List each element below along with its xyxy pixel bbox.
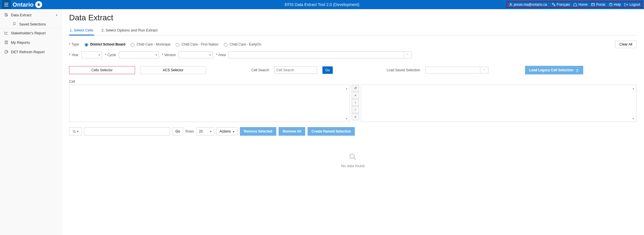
help-label: Help	[614, 3, 621, 7]
load-legacy-cell-selection-button[interactable]: Load Legacy Cell Selection	[525, 66, 583, 74]
load-saved-selection-label: Load Saved Selection	[387, 68, 420, 72]
move-right-button[interactable]: ›	[352, 99, 359, 106]
search-column-picker[interactable]: ▾	[69, 127, 82, 135]
radio-ccm-input[interactable]	[131, 43, 134, 47]
lang-label: Français	[557, 3, 570, 7]
portal-link[interactable]: Portal	[591, 3, 605, 7]
radio-ccfn-input[interactable]	[176, 43, 179, 47]
header-right-links: jessie.ma@ontario.ca Français Home Porta…	[506, 1, 642, 8]
reset-icon: ↺	[354, 86, 357, 90]
user-icon	[509, 3, 513, 7]
cell-search-go-button[interactable]: Go	[322, 66, 333, 74]
year-label: *Year	[69, 53, 79, 57]
scroll-up-icon[interactable]: ▴	[631, 86, 636, 91]
home-link[interactable]: Home	[573, 3, 588, 7]
remove-selected-button[interactable]: Remove Selected	[240, 127, 276, 136]
svg-rect-1	[592, 3, 595, 6]
scroll-down-icon[interactable]: ▾	[344, 116, 349, 121]
clear-all-button[interactable]: Clear All	[615, 41, 637, 48]
cycle-label: *Cycle	[105, 53, 116, 57]
create-named-selection-button[interactable]: Create Named Selection	[308, 127, 355, 136]
chevron-down-icon: ▾	[233, 130, 234, 133]
table-toolbar: ▾ Go Rows 20 ▾ Actions ▾ Remove Selected…	[69, 127, 637, 136]
svg-point-7	[350, 154, 355, 159]
cells-selector-button[interactable]: Cells Selector	[69, 66, 135, 74]
radio-cceo-input[interactable]	[224, 43, 228, 47]
table-go-button[interactable]: Go	[172, 127, 183, 135]
brand: Ontario	[13, 1, 42, 8]
help-link[interactable]: Help	[609, 3, 621, 7]
ontario-logo-icon	[35, 1, 42, 8]
cell-search-label: Cell Search	[251, 68, 269, 72]
shuttle-buttons: ↺ » › ‹ «	[352, 85, 359, 122]
lang-link[interactable]: Français	[551, 3, 570, 7]
translate-icon	[551, 3, 555, 7]
reset-button[interactable]: ↺	[352, 85, 359, 92]
tab-options[interactable]: 2. Select Options and Run Extract	[101, 26, 158, 35]
logout-label: Logout	[629, 3, 640, 7]
load-saved-selection-combo[interactable]: ˄	[425, 67, 488, 74]
area-dropdown-button[interactable]: ˄	[404, 52, 412, 58]
selected-cells-listbox[interactable]: ▴ ▾	[361, 85, 637, 122]
main-content: Data Extract 1. Select Cells 2. Select O…	[62, 9, 644, 235]
menu-toggle-button[interactable]	[2, 0, 11, 9]
reports-icon	[4, 40, 9, 45]
scroll-down-icon[interactable]: ▾	[631, 116, 636, 121]
search-icon	[349, 153, 357, 161]
cell-search-input[interactable]	[274, 66, 317, 74]
radio-cc-earlyon[interactable]: Child Care - EarlyOn	[222, 42, 261, 47]
sidebar-item-stakeholders-report[interactable]: Stakeholder's Report	[0, 28, 61, 38]
sidebar: Data Extract ▾ Saved Selections Stakehol…	[0, 9, 62, 235]
rows-per-page-select[interactable]: 20 ▾	[196, 127, 214, 135]
radio-cc-municipal[interactable]: Child Care - Municipal	[129, 42, 170, 47]
radio-cc-first-nation[interactable]: Child Care - First Nation	[174, 42, 218, 47]
sidebar-item-det-refresh-report[interactable]: DET Refresh Report	[0, 47, 61, 57]
move-left-button[interactable]: ‹	[352, 106, 359, 113]
user-display: jessie.ma@ontario.ca	[509, 3, 547, 7]
tab-select-cells[interactable]: 1. Select Cells	[69, 26, 94, 35]
type-filter-row: *Type District School Board Child Care -…	[69, 41, 637, 48]
cycle-select[interactable]: ▾	[119, 52, 159, 58]
chevron-up-icon: ˄	[407, 54, 408, 57]
load-saved-selection-input[interactable]	[426, 67, 480, 73]
load-saved-selection-dropdown-button[interactable]: ˄	[480, 67, 488, 73]
app-header: Ontario EFIS Data Extract Tool 2.0 (Deve…	[0, 0, 644, 9]
scroll-up-icon[interactable]: ▴	[344, 86, 349, 91]
year-select[interactable]: ▾	[81, 52, 102, 58]
sidebar-label: DET Refresh Report	[11, 50, 45, 54]
type-label: *Type	[69, 42, 79, 46]
data-extract-icon	[4, 13, 9, 17]
portal-icon	[591, 3, 595, 7]
chevron-down-icon: ▾	[99, 54, 100, 56]
area-input[interactable]	[229, 52, 404, 58]
empty-state-text: No data found	[341, 164, 365, 168]
chevron-down-icon: ▾	[210, 130, 212, 133]
remove-all-button[interactable]: Remove All	[279, 127, 305, 136]
help-icon	[609, 3, 613, 7]
radio-dsb-input[interactable]	[85, 43, 88, 47]
move-all-left-button[interactable]: «	[352, 113, 359, 120]
search-icon	[73, 130, 76, 133]
radio-ccfn-label: Child Care - First Nation	[181, 42, 218, 46]
radio-dsb[interactable]: District School Board	[83, 42, 126, 47]
available-cells-listbox[interactable]: ▴ ▾	[69, 85, 350, 122]
sidebar-item-my-reports[interactable]: My Reports	[0, 38, 61, 47]
radio-ccm-label: Child Care - Municipal	[136, 42, 170, 46]
rows-label: Rows	[185, 129, 194, 133]
user-email: jessie.ma@ontario.ca	[514, 3, 547, 7]
upload-icon	[575, 68, 579, 72]
sidebar-item-saved-selections[interactable]: Saved Selections	[0, 20, 61, 28]
chevron-down-icon: ▾	[156, 54, 157, 56]
version-select[interactable]: ▾	[179, 52, 213, 58]
table-search-input[interactable]	[84, 127, 170, 135]
acs-selector-button[interactable]: ACS Selector	[140, 66, 206, 74]
sidebar-label: My Reports	[11, 40, 30, 45]
actions-menu-button[interactable]: Actions ▾	[216, 127, 238, 135]
sidebar-item-data-extract[interactable]: Data Extract ▾	[0, 10, 61, 20]
logout-link[interactable]: Logout	[624, 3, 640, 7]
legacy-btn-label: Load Legacy Cell Selection	[529, 68, 573, 72]
move-all-right-button[interactable]: »	[352, 92, 359, 99]
area-combo[interactable]: ˄	[228, 52, 412, 58]
svg-point-0	[510, 3, 511, 5]
sidebar-label: Saved Selections	[19, 22, 46, 26]
